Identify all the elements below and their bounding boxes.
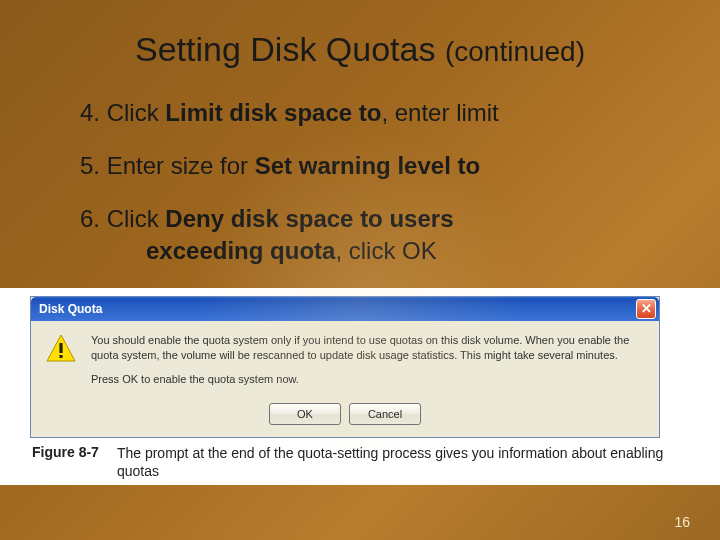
close-button[interactable]: ✕ bbox=[636, 299, 656, 319]
dialog-msg-1: You should enable the quota system only … bbox=[91, 333, 645, 363]
step-4: 4. Click Limit disk space to, enter limi… bbox=[80, 97, 670, 128]
step-5: 5. Enter size for Set warning level to bbox=[80, 150, 670, 181]
dialog-message: You should enable the quota system only … bbox=[91, 333, 645, 388]
slide-title: Setting Disk Quotas (continued) bbox=[50, 30, 670, 69]
step-6-line2: exceeding quota, click OK bbox=[80, 235, 670, 266]
step-num: 5. bbox=[80, 152, 100, 179]
dialog-button-row: OK Cancel bbox=[31, 397, 659, 437]
figure-number: Figure 8-7 bbox=[32, 444, 99, 460]
step-num: 6. bbox=[80, 205, 100, 232]
dialog-titlebar: Disk Quota ✕ bbox=[31, 297, 659, 321]
slide: Setting Disk Quotas (continued) 4. Click… bbox=[0, 0, 720, 540]
dialog-screenshot-area: Disk Quota ✕ You should enable the quota… bbox=[0, 288, 720, 485]
dialog-title: Disk Quota bbox=[39, 302, 636, 316]
svg-rect-1 bbox=[59, 343, 62, 353]
cancel-button[interactable]: Cancel bbox=[349, 403, 421, 425]
close-icon: ✕ bbox=[641, 302, 652, 315]
step-6: 6. Click Deny disk space to users exceed… bbox=[80, 203, 670, 265]
title-continued: (continued) bbox=[445, 36, 585, 67]
figure-caption-text: The prompt at the end of the quota-setti… bbox=[117, 444, 670, 480]
dialog-msg-2: Press OK to enable the quota system now. bbox=[91, 372, 645, 387]
steps-list: 4. Click Limit disk space to, enter limi… bbox=[80, 97, 670, 266]
page-number: 16 bbox=[674, 514, 690, 530]
step-num: 4. bbox=[80, 99, 100, 126]
title-main: Setting Disk Quotas bbox=[135, 30, 435, 68]
warning-icon bbox=[45, 333, 77, 365]
dialog-body: You should enable the quota system only … bbox=[31, 321, 659, 398]
disk-quota-dialog: Disk Quota ✕ You should enable the quota… bbox=[30, 296, 660, 439]
svg-rect-2 bbox=[59, 355, 62, 358]
ok-button[interactable]: OK bbox=[269, 403, 341, 425]
figure-caption: Figure 8-7 The prompt at the end of the … bbox=[30, 444, 670, 480]
